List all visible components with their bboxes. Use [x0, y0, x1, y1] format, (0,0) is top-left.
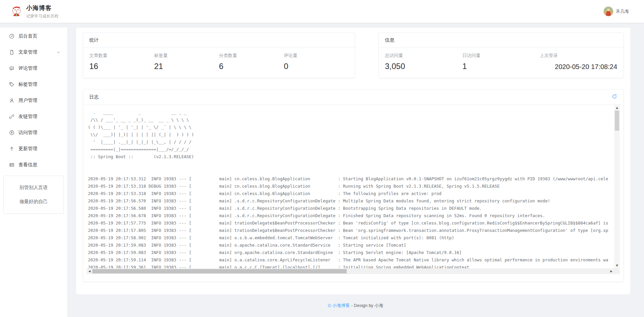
user-menu[interactable]: 禾几海: [603, 6, 629, 16]
stats-card-title: 统计: [89, 37, 99, 43]
vertical-scroll-thumb[interactable]: [615, 111, 619, 131]
id-card-icon: [9, 162, 14, 168]
user-icon: [9, 98, 14, 103]
metric-daily-visits: 日访问量 1: [462, 53, 540, 71]
sidebar-item-label: 查看信息: [18, 162, 37, 168]
arrow-up-icon: [9, 146, 14, 151]
sidebar-item-tags[interactable]: 标签管理: [0, 76, 67, 92]
metric-tag-count: 标签量 21: [154, 53, 219, 71]
copyright-symbol: ©: [328, 303, 331, 308]
metric-value: 6: [219, 62, 284, 71]
metric-label: 文章数量: [89, 53, 154, 59]
username: 禾几海: [616, 8, 629, 14]
refresh-button[interactable]: [612, 94, 617, 100]
metric-value: 3,050: [385, 62, 462, 71]
sidebar-item-label: 友链管理: [18, 114, 37, 120]
log-card: 日志 . ____ _ __ _ _ /\\ / ___'_ __ _: [83, 89, 624, 282]
sidebar-item-comments[interactable]: 评论管理: [0, 60, 67, 76]
sidebar-item-articles[interactable]: 文章管理: [0, 44, 67, 60]
metric-label: 总访问量: [385, 53, 462, 59]
app-title: 小海博客: [26, 4, 58, 12]
metric-label: 分类数量: [219, 53, 284, 59]
sidebar-item-label: 标签管理: [18, 81, 37, 87]
metric-value: 2020-05-20 17:08:24: [540, 63, 617, 71]
brand[interactable]: 小海博客 记录学习成长历程: [10, 4, 58, 19]
sidebar-item-label: 评论管理: [18, 65, 37, 71]
scrollbar-corner: [614, 268, 620, 274]
sidebar-item-label: 后台首页: [18, 33, 37, 39]
footer: © 小海博客 - Design by 小海: [67, 294, 644, 317]
motto-box: 别管别人言语 做最好的自己: [3, 176, 64, 214]
log-card-title: 日志: [89, 94, 99, 100]
dashboard-icon: [9, 34, 14, 39]
sidebar-item-label: 访问管理: [18, 130, 37, 136]
log-vertical-scrollbar[interactable]: ▲ ▼: [614, 105, 620, 268]
sidebar-item-users[interactable]: 用户管理: [0, 92, 67, 109]
metric-label: 上次登录: [540, 53, 617, 59]
horizontal-scroll-thumb[interactable]: [92, 269, 347, 273]
sidebar-item-label: 更新管理: [18, 146, 37, 152]
info-card-title: 信息: [385, 37, 394, 43]
document-icon: [9, 50, 14, 55]
log-viewport: . ____ _ __ _ _ /\\ / ___'_ __ _ _(_)_ _…: [87, 105, 620, 274]
user-avatar[interactable]: [603, 6, 613, 16]
sidebar-item-links[interactable]: 友链管理: [0, 109, 67, 125]
metric-value: 16: [89, 62, 154, 71]
log-horizontal-scrollbar[interactable]: ◀ ▶: [87, 268, 614, 274]
motto-line: 别管别人言语: [19, 185, 48, 191]
sidebar-item-label: 文章管理: [18, 49, 37, 55]
scroll-up-arrow[interactable]: ▲: [614, 105, 620, 111]
log-output: . ____ _ __ _ _ /\\ / ___'_ __ _ _(_)_ _…: [87, 105, 620, 268]
location-icon: [9, 130, 14, 135]
metric-total-visits: 总访问量 3,050: [385, 53, 462, 71]
motto-line: 做最好的自己: [19, 199, 48, 205]
metric-label: 日访问量: [462, 53, 540, 59]
scroll-left-arrow[interactable]: ◀: [87, 268, 92, 274]
sidebar-item-home[interactable]: 后台首页: [0, 28, 67, 44]
info-card: 信息 总访问量 3,050 日访问量 1 上次登录 202: [379, 33, 624, 78]
sidebar-item-visits[interactable]: 访问管理: [0, 125, 67, 141]
metric-value: 21: [154, 62, 219, 71]
metric-comment-count: 评论量 0: [284, 53, 349, 71]
link-icon: [9, 114, 14, 119]
comment-icon: [9, 66, 14, 71]
footer-text: - Design by 小海: [351, 303, 383, 309]
stats-card: 统计 文章数量 16 标签量 21 分类数量 6: [83, 33, 355, 78]
sidebar-menu: 后台首页 文章管理 评论管理: [0, 27, 67, 173]
top-bar: 小海博客 记录学习成长历程 禾几海: [0, 0, 644, 23]
metric-value: 1: [462, 62, 540, 71]
content-panel: 统计 文章数量 16 标签量 21 分类数量 6: [76, 28, 630, 294]
refresh-icon: [612, 94, 617, 100]
sidebar-item-updates[interactable]: 更新管理: [0, 141, 67, 157]
app-subtitle: 记录学习成长历程: [26, 13, 58, 19]
sidebar: 后台首页 文章管理 评论管理: [0, 27, 67, 317]
blog-mascot-logo: [10, 5, 23, 18]
metric-category-count: 分类数量 6: [219, 53, 284, 71]
sidebar-item-label: 用户管理: [18, 98, 37, 104]
tag-icon: [9, 82, 14, 87]
scroll-right-arrow[interactable]: ▶: [608, 268, 614, 274]
footer-brand-link[interactable]: 小海博客: [333, 303, 350, 309]
sidebar-item-info[interactable]: 查看信息: [0, 157, 67, 173]
chevron-down-icon: [56, 50, 60, 54]
metric-last-login: 上次登录 2020-05-20 17:08:24: [540, 53, 617, 71]
metric-article-count: 文章数量 16: [89, 53, 154, 71]
metric-label: 标签量: [154, 53, 219, 59]
metric-label: 评论量: [284, 53, 349, 59]
scroll-down-arrow[interactable]: ▼: [614, 263, 620, 268]
metric-value: 0: [284, 62, 349, 71]
